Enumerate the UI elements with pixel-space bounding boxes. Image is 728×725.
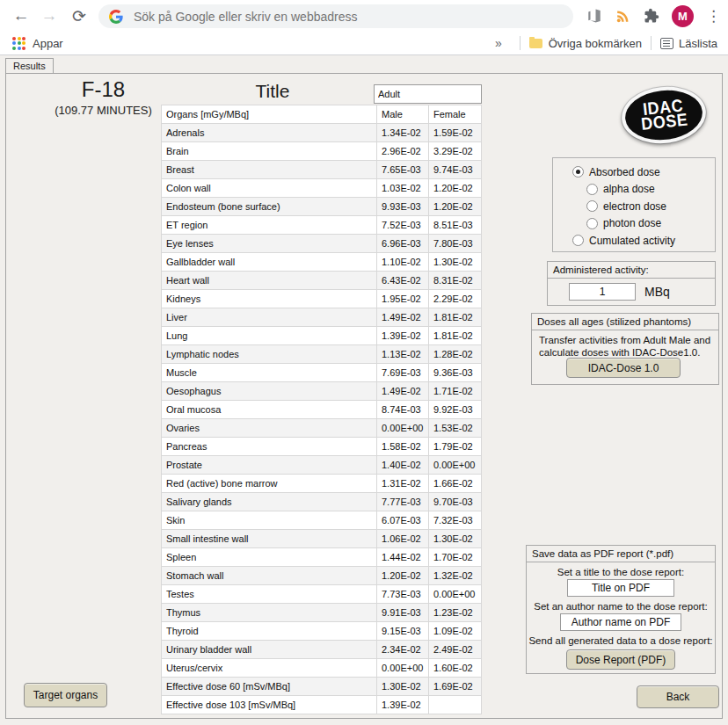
male-value-cell: 1.20E-02 bbox=[377, 567, 429, 585]
table-row: Kidneys1.95E-022.29E-02 bbox=[162, 290, 482, 308]
back-icon[interactable]: ← bbox=[9, 4, 33, 28]
apps-grid-icon[interactable] bbox=[12, 37, 25, 50]
organ-name-cell: Breast bbox=[162, 161, 377, 179]
male-value-cell: 1.34E-02 bbox=[377, 124, 429, 142]
phantom-select[interactable] bbox=[374, 84, 482, 104]
address-bar[interactable] bbox=[98, 4, 573, 28]
radio-button-icon[interactable] bbox=[572, 235, 584, 246]
female-value-cell: 1.70E-02 bbox=[429, 548, 482, 567]
tab-results[interactable]: Results bbox=[5, 58, 54, 73]
organ-name-cell: Gallbladder wall bbox=[162, 253, 377, 272]
organs-column-header: Organs [mGy/MBq] bbox=[162, 105, 377, 124]
male-value-cell: 1.31E-02 bbox=[377, 475, 429, 493]
organ-name-cell: Colon wall bbox=[162, 179, 377, 198]
back-button[interactable]: Back bbox=[637, 685, 719, 708]
table-row: Brain2.96E-023.29E-02 bbox=[162, 142, 482, 161]
table-row: Small intestine wall1.06E-021.30E-02 bbox=[162, 530, 482, 548]
male-value-cell: 0.00E+00 bbox=[377, 419, 429, 438]
address-input[interactable] bbox=[132, 9, 563, 25]
organ-name-cell: Stomach wall bbox=[162, 567, 377, 585]
radio-button-icon[interactable] bbox=[586, 184, 598, 195]
table-row: Endosteum (bone surface)9.93E-031.20E-02 bbox=[162, 198, 482, 216]
organ-name-cell: Heart wall bbox=[162, 272, 377, 290]
male-value-cell: 1.49E-02 bbox=[377, 308, 429, 327]
profile-avatar[interactable]: M bbox=[672, 5, 694, 27]
male-value-cell: 2.34E-02 bbox=[377, 641, 429, 659]
bookmarks-overflow-icon[interactable]: » bbox=[495, 36, 502, 50]
divider bbox=[520, 36, 521, 50]
forward-icon[interactable]: → bbox=[37, 4, 62, 28]
idac-dose10-button[interactable]: IDAC-Dose 1.0 bbox=[566, 358, 681, 378]
pdf-title-input[interactable] bbox=[567, 579, 674, 597]
female-value-cell: 1.20E-02 bbox=[429, 198, 482, 216]
female-column-header: Female bbox=[429, 105, 482, 124]
male-value-cell: 1.10E-02 bbox=[377, 253, 429, 272]
pdf-send-label: Send all generated data to a dose report… bbox=[527, 635, 715, 646]
extensions-puzzle-icon[interactable] bbox=[644, 8, 659, 24]
table-row: Thymus9.91E-031.23E-02 bbox=[162, 604, 482, 622]
organ-name-cell: Muscle bbox=[162, 364, 377, 382]
organ-name-cell: Thyroid bbox=[162, 622, 377, 641]
table-row: Eye lenses6.96E-037.80E-03 bbox=[162, 235, 482, 253]
target-organs-button[interactable]: Target organs bbox=[24, 683, 107, 707]
app-window: ← → ⟳ bbox=[0, 0, 728, 725]
idac-dose10-title: Doses all ages (stilized phantoms) bbox=[532, 314, 718, 330]
administered-activity-input[interactable] bbox=[569, 283, 636, 301]
google-g-icon bbox=[109, 10, 123, 24]
organ-name-cell: Thymus bbox=[162, 604, 377, 622]
more-menu-icon[interactable]: ⋮ bbox=[706, 7, 721, 25]
organ-name-cell: Spleen bbox=[162, 548, 377, 567]
pdf-author-input[interactable] bbox=[560, 613, 681, 631]
idac-dose10-description: Transfer activities from Adult Male and … bbox=[532, 330, 718, 359]
rss-feed-icon[interactable] bbox=[615, 8, 631, 25]
radio-option-electron-dose[interactable]: electron dose bbox=[586, 198, 715, 215]
radio-option-alpha-dose[interactable]: alpha dose bbox=[586, 181, 715, 199]
organ-name-cell: Uterus/cervix bbox=[162, 659, 377, 678]
organ-name-cell: Small intestine wall bbox=[162, 530, 377, 548]
table-row: Muscle7.69E-039.36E-03 bbox=[162, 364, 482, 382]
male-column-header: Male bbox=[377, 105, 429, 124]
male-value-cell: 6.07E-03 bbox=[377, 511, 429, 530]
reading-list[interactable]: Läslista bbox=[660, 37, 717, 50]
other-bookmarks-label: Övriga bokmärken bbox=[549, 37, 642, 50]
radio-option-photon-dose[interactable]: photon dose bbox=[586, 215, 715, 233]
administered-activity-title: Administered activity: bbox=[548, 262, 715, 279]
organ-name-cell: Oral mucosa bbox=[162, 401, 377, 419]
other-bookmarks[interactable]: Övriga bokmärken bbox=[529, 37, 642, 50]
pdf-report-group: Save data as PDF report (*.pdf) Set a ti… bbox=[526, 545, 716, 674]
apps-shortcut[interactable]: Appar bbox=[33, 37, 63, 50]
male-value-cell: 1.30E-02 bbox=[377, 678, 429, 696]
table-header-row: Organs [mGy/MBq] Male Female bbox=[162, 105, 482, 124]
table-row: Ovaries0.00E+001.53E-02 bbox=[162, 419, 482, 438]
organ-name-cell: Adrenals bbox=[162, 124, 377, 142]
table-row: Lymphatic nodes1.13E-021.28E-02 bbox=[162, 345, 482, 364]
radio-option-cumulated-activity[interactable]: Cumulated activity bbox=[572, 232, 715, 250]
extension-office-icon[interactable] bbox=[586, 8, 602, 24]
male-value-cell: 1.58E-02 bbox=[377, 438, 429, 456]
female-value-cell: 1.71E-02 bbox=[429, 382, 482, 401]
organ-name-cell: Kidneys bbox=[162, 290, 377, 308]
radio-button-icon[interactable] bbox=[586, 218, 598, 229]
radio-option-label: Absorbed dose bbox=[589, 166, 660, 178]
radio-option-absorbed-dose[interactable]: Absorbed dose bbox=[572, 163, 715, 181]
idac-dose10-group: Doses all ages (stilized phantoms) Trans… bbox=[531, 313, 719, 385]
dose-report-button[interactable]: Dose Report (PDF) bbox=[566, 649, 675, 670]
radio-button-icon[interactable] bbox=[586, 200, 598, 212]
female-value-cell: 3.29E-02 bbox=[429, 142, 482, 161]
female-value-cell: 1.81E-02 bbox=[429, 308, 482, 327]
female-value-cell: 1.28E-02 bbox=[429, 345, 482, 364]
nuclide-half-life: (109.77 MINUTES) bbox=[26, 104, 180, 117]
pdf-report-title: Save data as PDF report (*.pdf) bbox=[527, 546, 715, 562]
organ-name-cell: Salivary glands bbox=[162, 493, 377, 511]
organ-name-cell: Lymphatic nodes bbox=[162, 345, 377, 364]
radio-button-icon[interactable] bbox=[572, 166, 584, 178]
table-row: Effective dose 60 [mSv/MBq]1.30E-021.69E… bbox=[162, 678, 482, 696]
male-value-cell: 1.06E-02 bbox=[377, 530, 429, 548]
female-value-cell: 1.66E-02 bbox=[429, 475, 482, 493]
male-value-cell: 1.13E-02 bbox=[377, 345, 429, 364]
table-row: Uterus/cervix0.00E+001.60E-02 bbox=[162, 659, 482, 678]
reload-icon[interactable]: ⟳ bbox=[67, 4, 91, 28]
dose-type-group: Absorbed dosealpha doseelectron dosephot… bbox=[552, 157, 716, 252]
male-value-cell: 9.93E-03 bbox=[377, 198, 429, 216]
organ-name-cell: Eye lenses bbox=[162, 235, 377, 253]
